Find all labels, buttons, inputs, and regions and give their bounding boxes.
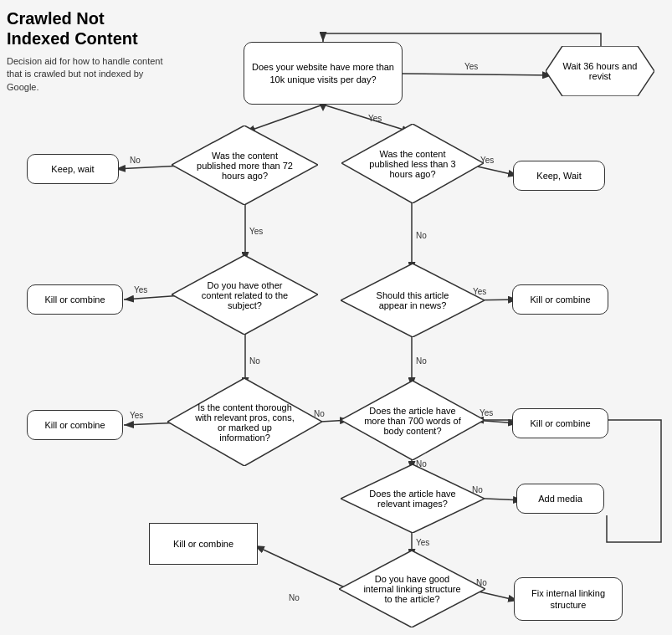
node-kill3: Kill or combine bbox=[27, 410, 123, 440]
node-kill1: Kill or combine bbox=[27, 284, 123, 315]
node-keep-wait2: Keep, Wait bbox=[513, 161, 605, 191]
svg-text:Yes: Yes bbox=[249, 227, 263, 236]
node-q-images: Does the article have relevant images? bbox=[341, 464, 485, 533]
svg-text:No: No bbox=[416, 356, 427, 366]
node-q72hrs: Was the content published more than 72 h… bbox=[172, 125, 318, 205]
node-start: Does your website have more than 10k uni… bbox=[244, 42, 403, 105]
svg-marker-6 bbox=[320, 105, 326, 111]
svg-text:No: No bbox=[289, 593, 300, 602]
flowchart-container: Crawled NotIndexed Content Decision aid … bbox=[0, 0, 672, 635]
svg-text:No: No bbox=[130, 156, 141, 165]
node-keep-wait1: Keep, wait bbox=[27, 154, 119, 184]
node-q700words: Does the article have more than 700 word… bbox=[341, 381, 485, 460]
node-kill2: Kill or combine bbox=[512, 284, 608, 315]
svg-line-2 bbox=[403, 74, 552, 75]
svg-text:Yes: Yes bbox=[134, 285, 147, 294]
node-q-news: Should this article appear in news? bbox=[341, 264, 485, 337]
subtitle: Decision aid for how to handle content t… bbox=[7, 55, 174, 94]
node-q3hrs: Was the content published less than 3 ho… bbox=[341, 124, 484, 203]
node-q-thorough: Is the content thorough with relevant pr… bbox=[167, 378, 322, 466]
node-kill5: Kill or combine bbox=[149, 523, 258, 565]
node-add-media: Add media bbox=[516, 484, 604, 514]
title-area: Crawled NotIndexed Content Decision aid … bbox=[7, 8, 174, 94]
node-wait36: Wait 36 hours and revist bbox=[546, 46, 654, 96]
svg-text:No: No bbox=[416, 231, 427, 240]
node-q-linking: Do you have good internal linking struct… bbox=[339, 551, 485, 627]
svg-line-38 bbox=[254, 545, 350, 590]
node-fix-linking: Fix internal linking structure bbox=[514, 577, 623, 621]
main-title: Crawled NotIndexed Content bbox=[7, 8, 174, 49]
svg-text:Yes: Yes bbox=[130, 411, 143, 420]
svg-text:Yes: Yes bbox=[368, 114, 382, 123]
node-q-related: Do you have other content related to the… bbox=[172, 255, 318, 335]
node-kill4: Kill or combine bbox=[512, 408, 608, 438]
svg-text:Yes: Yes bbox=[416, 538, 429, 547]
svg-text:No: No bbox=[249, 356, 260, 366]
svg-text:Yes: Yes bbox=[464, 62, 478, 71]
